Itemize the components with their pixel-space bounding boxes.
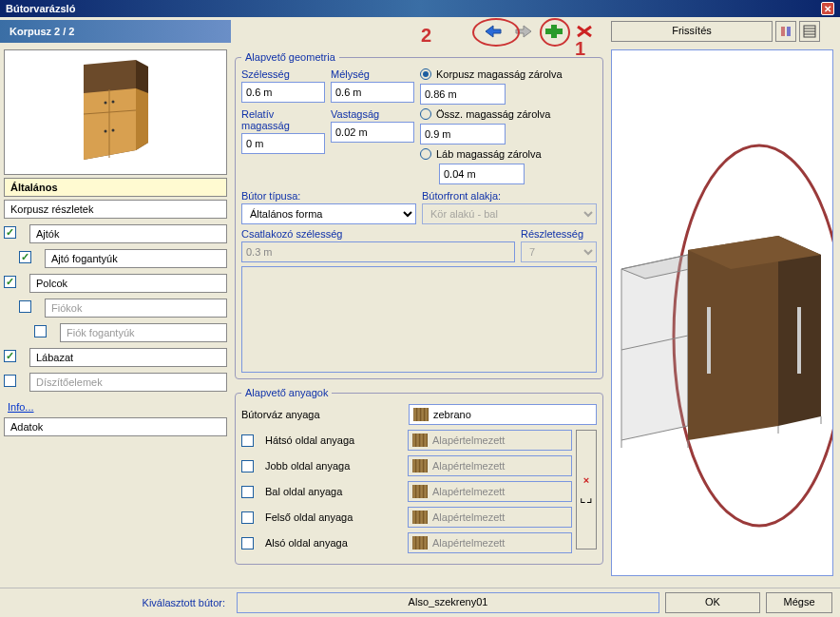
tree-ajto-fogantyuk[interactable]: Ajtó fogantyúk	[45, 249, 227, 268]
svg-marker-11	[136, 88, 148, 150]
thumbnail	[4, 49, 227, 175]
right-panel	[607, 46, 840, 588]
tree-ajtok[interactable]: Ajtók	[29, 224, 227, 243]
annotation-2: 2	[421, 25, 431, 47]
geometry-group: Alapvető geometria Szélesség Mélység Kor…	[235, 51, 603, 379]
lbl-frame-mat: Bútorváz anyaga	[241, 409, 403, 420]
lbl-relmag: Relatív magasság	[241, 108, 325, 131]
annotation-circle-back	[472, 18, 520, 47]
toolbar: Korpusz 2 / 2 2 1 Frissítés	[0, 17, 840, 46]
annotation-circle-add	[540, 18, 570, 47]
lbl-bottom-mat: Alsó oldal anyaga	[265, 537, 402, 549]
input-szelesseg[interactable]	[241, 82, 325, 103]
bottombar: Kiválasztott bútor: Also_szekreny01 OK M…	[0, 588, 840, 616]
chk-right-mat[interactable]	[241, 460, 254, 472]
input-csatl	[241, 241, 515, 262]
tree-fiok-fogantyuk[interactable]: Fiók fogantyúk	[60, 323, 227, 342]
material-side-button[interactable]: × ⌞⌟	[576, 430, 597, 550]
select-bottom-mat: Alapértelmezett	[408, 532, 572, 553]
input-melyseg[interactable]	[331, 82, 414, 103]
lbl-back-mat: Hátsó oldal anyaga	[265, 434, 402, 446]
chk-top-mat[interactable]	[241, 511, 254, 524]
refresh-button[interactable]: Frissítés	[611, 21, 773, 42]
chk-fiok-fogantyuk[interactable]	[34, 325, 47, 337]
select-back-mat: Alapértelmezett	[408, 430, 572, 451]
tree-labazat[interactable]: Lábazat	[29, 348, 227, 367]
lbl-left-mat: Bal oldal anyaga	[265, 486, 402, 497]
radio-korpusz-mag[interactable]: Korpusz magasság zárolva	[420, 68, 597, 80]
close-icon[interactable]: ✕	[821, 2, 834, 15]
svg-point-15	[111, 101, 114, 104]
select-top-mat: Alapértelmezett	[408, 507, 572, 528]
lbl-butortipus: Bútor típusa:	[241, 190, 416, 202]
svg-rect-2	[781, 27, 785, 36]
lbl-vastagsag: Vastagság	[331, 108, 414, 120]
svg-point-14	[104, 102, 106, 105]
lbl-right-mat: Jobb oldal anyaga	[265, 460, 402, 472]
korpusz-header: Korpusz 2 / 2	[0, 20, 231, 43]
window-title: Bútorvarázsló	[6, 3, 75, 14]
tree-altalanos[interactable]: Általános	[4, 178, 227, 197]
select-right-mat: Alapértelmezett	[408, 455, 572, 476]
lbl-top-mat: Felső oldal anyaga	[265, 511, 402, 523]
svg-point-16	[104, 130, 106, 133]
cancel-button[interactable]: Mégse	[766, 592, 832, 613]
lbl-butorfront: Bútorfront alakja:	[422, 190, 597, 202]
chk-ajto-fogantyuk[interactable]: ✓	[19, 251, 31, 263]
radio-ossz-mag[interactable]: Össz. magasság zárolva	[420, 108, 597, 120]
material-group: Alapvető anyagok Bútorváz anyaga zebrano…	[235, 387, 603, 565]
lbl-szelesseg: Szélesség	[241, 68, 325, 80]
chk-left-mat[interactable]	[241, 486, 254, 498]
swatch-icon	[413, 408, 429, 421]
input-vastagsag[interactable]	[331, 122, 414, 143]
input-relmag[interactable]	[241, 133, 325, 154]
chk-back-mat[interactable]	[241, 434, 254, 447]
svg-rect-28	[797, 307, 801, 374]
select-left-mat: Alapértelmezett	[408, 481, 572, 502]
tree-diszito[interactable]: Díszítőelemek	[29, 373, 227, 392]
select-butorfront: Kör alakú - bal	[422, 203, 597, 224]
geometry-legend: Alapvető geometria	[241, 51, 339, 63]
bracket-icon: ⌞⌟	[580, 490, 593, 505]
select-reszl: 7	[521, 241, 597, 262]
tree-polcok[interactable]: Polcok	[29, 274, 227, 293]
lbl-melyseg: Mélység	[331, 68, 414, 80]
selected-value[interactable]: Also_szekreny01	[237, 592, 659, 613]
tree-fiokok[interactable]: Fiókok	[45, 299, 227, 318]
lbl-reszl: Részletesség	[521, 228, 597, 240]
tree-adatok[interactable]: Adatok	[4, 417, 227, 436]
tool-icon-2[interactable]	[799, 21, 820, 42]
lbl-csatl: Csatlakozó szélesség	[241, 228, 515, 240]
titlebar: Bútorvarázsló ✕	[0, 0, 840, 17]
selected-label: Kiválasztott bútor:	[8, 597, 231, 608]
select-frame-mat[interactable]: zebrano	[409, 404, 597, 425]
left-panel: Általános Korpusz részletek ✓Ajtók ✓Ajtó…	[0, 46, 231, 588]
svg-rect-27	[707, 307, 711, 374]
input-korpusz-mag[interactable]	[420, 84, 506, 105]
svg-point-17	[111, 129, 114, 132]
select-butortipus[interactable]: Általános forma	[241, 203, 416, 224]
chk-bottom-mat[interactable]	[241, 537, 254, 550]
annotation-1: 1	[575, 38, 585, 60]
chk-polcok[interactable]: ✓	[4, 276, 16, 288]
svg-rect-3	[787, 27, 791, 36]
radio-lab-mag[interactable]: Láb magasság zárolva	[420, 148, 597, 160]
tool-icon-1[interactable]	[775, 21, 796, 42]
mid-panel: Alapvető geometria Szélesség Mélység Kor…	[231, 46, 607, 588]
input-ossz-mag[interactable]	[420, 124, 506, 145]
material-legend: Alapvető anyagok	[241, 387, 332, 398]
chk-ajtok[interactable]: ✓	[4, 226, 16, 239]
chk-diszito[interactable]	[4, 375, 16, 387]
chk-labazat[interactable]: ✓	[4, 350, 16, 362]
geometry-preview-box	[241, 266, 597, 373]
info-link[interactable]: Info...	[4, 399, 227, 415]
x-icon: ×	[583, 474, 589, 486]
preview-3d[interactable]	[611, 49, 833, 576]
input-lab-mag[interactable]	[439, 164, 525, 184]
ok-button[interactable]: OK	[665, 592, 760, 613]
chk-fiokok[interactable]	[19, 300, 31, 313]
tree-korpusz-reszletek[interactable]: Korpusz részletek	[4, 200, 227, 219]
